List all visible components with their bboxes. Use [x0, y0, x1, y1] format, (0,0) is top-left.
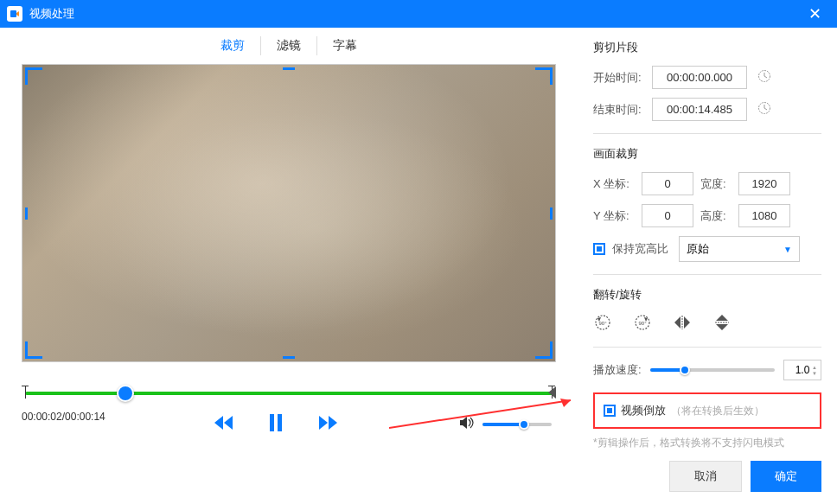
svg-rect-1	[270, 414, 274, 431]
x-input[interactable]	[642, 172, 693, 195]
y-label: Y 坐标:	[593, 208, 635, 224]
crop-handle-bottom[interactable]	[283, 356, 295, 359]
aspect-ratio-label: 保持宽高比	[612, 241, 668, 257]
height-label: 高度:	[700, 208, 732, 224]
crop-handle-left[interactable]	[25, 207, 28, 220]
reverse-hint: （将在转换后生效）	[671, 404, 764, 418]
timeline-end-arrow	[548, 386, 556, 399]
reverse-highlight-box: 视频倒放 （将在转换后生效）	[593, 392, 821, 429]
y-input[interactable]	[642, 204, 693, 227]
start-time-input[interactable]	[652, 66, 747, 89]
volume-icon[interactable]	[460, 416, 476, 433]
speed-handle[interactable]	[680, 365, 690, 375]
reverse-checkbox[interactable]	[604, 405, 616, 417]
end-time-input[interactable]	[652, 98, 747, 121]
speed-input[interactable]: 1.0 ▲▼	[783, 360, 821, 380]
window-title: 视频处理	[29, 6, 800, 22]
close-button[interactable]: ✕	[800, 1, 830, 27]
footer-hint: *剪辑操作后，格式转换将不支持闪电模式	[593, 436, 821, 450]
chevron-down-icon: ▼	[783, 245, 792, 254]
rotate-right-button[interactable]: 90°	[633, 313, 652, 335]
x-label: X 坐标:	[593, 176, 635, 192]
crop-handle-right[interactable]	[550, 207, 553, 220]
app-icon	[7, 6, 22, 22]
svg-rect-2	[278, 414, 282, 431]
crop-handle-top[interactable]	[283, 67, 295, 70]
svg-text:90°: 90°	[638, 321, 647, 326]
svg-rect-0	[10, 10, 16, 17]
volume-handle[interactable]	[519, 419, 529, 430]
reset-end-icon[interactable]	[757, 101, 771, 118]
reset-start-icon[interactable]	[757, 69, 771, 86]
pause-button[interactable]	[268, 414, 284, 435]
svg-text:90°: 90°	[598, 321, 607, 326]
next-button[interactable]	[318, 415, 337, 434]
speed-label: 播放速度:	[593, 362, 642, 378]
flip-section-title: 翻转/旋转	[593, 287, 821, 303]
aspect-ratio-checkbox[interactable]	[593, 243, 605, 255]
width-input[interactable]	[738, 172, 790, 195]
video-preview[interactable]	[22, 64, 556, 362]
width-label: 宽度:	[700, 176, 732, 192]
height-input[interactable]	[738, 204, 790, 227]
speed-slider[interactable]	[650, 368, 775, 372]
tab-crop[interactable]: 裁剪	[205, 36, 261, 55]
aspect-ratio-select[interactable]: 原始 ▼	[679, 236, 800, 262]
prev-button[interactable]	[214, 415, 233, 434]
start-time-label: 开始时间:	[593, 70, 645, 86]
timeline-start-marker[interactable]	[25, 386, 26, 399]
tab-filter[interactable]: 滤镜	[261, 36, 317, 55]
flip-horizontal-button[interactable]	[673, 313, 692, 335]
clip-section-title: 剪切片段	[593, 40, 821, 55]
crop-handle-tr[interactable]	[535, 67, 553, 85]
flip-vertical-button[interactable]	[712, 313, 732, 335]
timeline-playhead[interactable]	[117, 385, 134, 402]
tabs: 裁剪 滤镜 字幕	[0, 28, 578, 64]
volume-slider[interactable]	[482, 423, 552, 426]
titlebar: 视频处理 ✕	[0, 0, 837, 28]
cancel-button[interactable]: 取消	[669, 461, 742, 492]
end-time-label: 结束时间:	[593, 102, 645, 118]
rotate-left-button[interactable]: 90°	[593, 313, 612, 335]
ok-button[interactable]: 确定	[751, 461, 821, 492]
reverse-label: 视频倒放	[621, 403, 666, 418]
crop-handle-bl[interactable]	[25, 341, 42, 359]
crop-section-title: 画面裁剪	[593, 146, 821, 162]
crop-handle-br[interactable]	[535, 341, 553, 359]
tab-subtitle[interactable]: 字幕	[317, 36, 373, 55]
timeline[interactable]	[22, 380, 556, 405]
speed-stepper[interactable]: ▲▼	[810, 360, 819, 380]
crop-handle-tl[interactable]	[25, 67, 42, 85]
svg-marker-4	[560, 399, 571, 407]
